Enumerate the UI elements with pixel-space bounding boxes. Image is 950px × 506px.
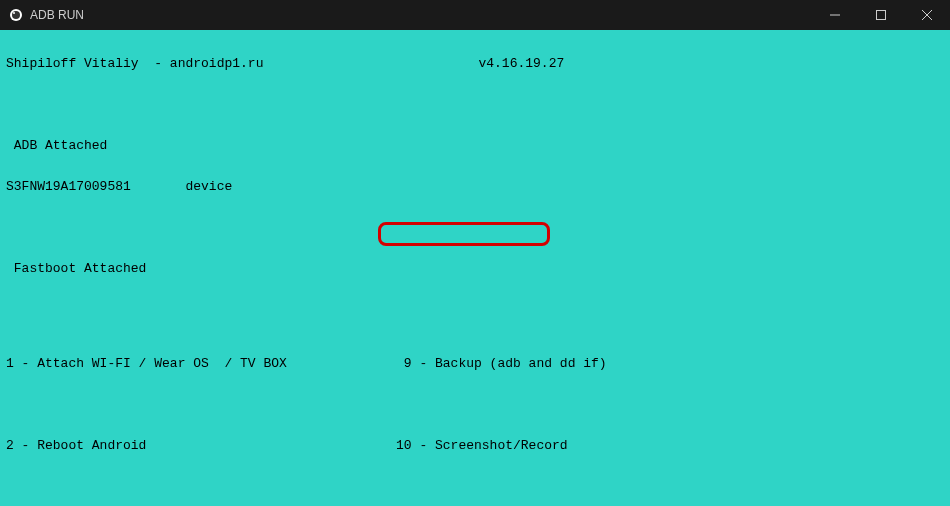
svg-point-2 xyxy=(13,12,15,14)
menu-left-1: 2 - Reboot Android xyxy=(6,438,396,453)
close-button[interactable] xyxy=(904,0,950,30)
adb-device-line: S3FNW19A17009581 device xyxy=(6,179,944,194)
svg-point-1 xyxy=(12,11,20,19)
menu-row-0: 1 - Attach WI-FI / Wear OS / TV BOX 9 - … xyxy=(6,356,944,371)
menu-row-1: 2 - Reboot Android 10 - Screenshot/Recor… xyxy=(6,438,944,453)
window-title: ADB RUN xyxy=(30,8,84,22)
adb-attached-label: ADB Attached xyxy=(6,138,944,153)
app-window: ADB RUN Shipiloff Vitaliy - androidp1.ru… xyxy=(0,0,950,506)
menu-left-0: 1 - Attach WI-FI / Wear OS / TV BOX xyxy=(6,356,396,371)
minimize-button[interactable] xyxy=(812,0,858,30)
svg-rect-4 xyxy=(877,11,886,20)
menu-right-1: 10 - Screenshot/Record xyxy=(396,438,944,453)
fastboot-attached-label: Fastboot Attached xyxy=(6,261,944,276)
titlebar[interactable]: ADB RUN xyxy=(0,0,950,30)
author-line: Shipiloff Vitaliy - androidp1.ru xyxy=(6,56,263,71)
menu-right-0: 9 - Backup (adb and dd if) xyxy=(396,356,944,371)
maximize-button[interactable] xyxy=(858,0,904,30)
terminal[interactable]: Shipiloff Vitaliy - androidp1.ru v4.16.1… xyxy=(0,30,950,506)
titlebar-controls xyxy=(812,0,950,30)
app-icon xyxy=(8,7,24,23)
version-line: v4.16.19.27 xyxy=(478,56,564,71)
